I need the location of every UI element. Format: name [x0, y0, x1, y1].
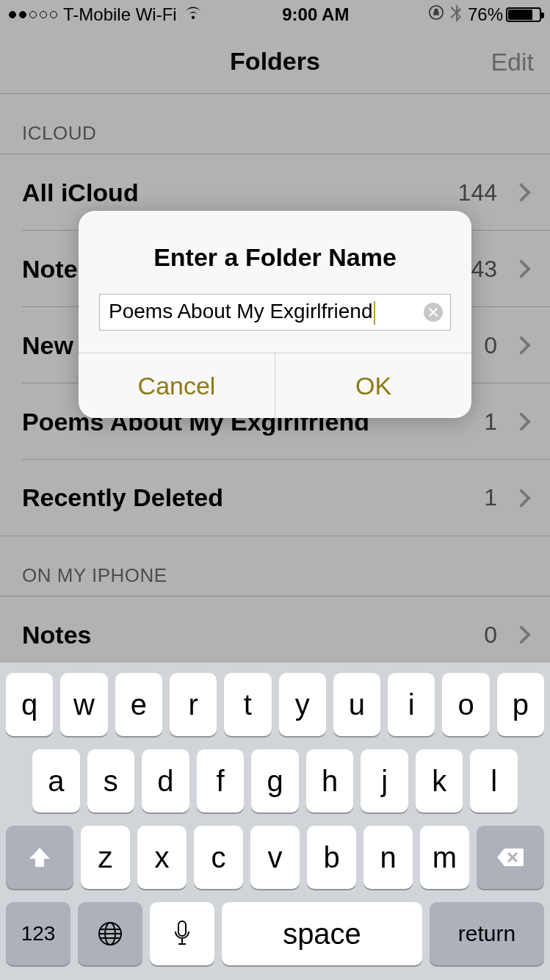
key-x[interactable]: x [137, 826, 187, 889]
key-c[interactable]: c [194, 826, 243, 889]
dictation-key[interactable] [150, 902, 214, 965]
backspace-key[interactable] [477, 826, 544, 889]
folder-name-input[interactable]: Poems About My Exgirlfriend [99, 294, 451, 331]
key-u[interactable]: u [333, 673, 380, 736]
folder-name-alert: Enter a Folder Name Poems About My Exgir… [79, 211, 471, 418]
key-f[interactable]: f [197, 749, 245, 813]
ok-button[interactable]: OK [275, 353, 471, 418]
microphone-icon [173, 920, 191, 948]
return-key[interactable]: return [430, 902, 544, 965]
cancel-button[interactable]: Cancel [79, 353, 275, 418]
key-p[interactable]: p [497, 673, 544, 736]
key-m[interactable]: m [420, 826, 469, 889]
clear-text-button[interactable] [424, 303, 443, 322]
key-z[interactable]: z [81, 826, 130, 889]
key-i[interactable]: i [388, 673, 435, 736]
key-g[interactable]: g [251, 749, 299, 813]
key-w[interactable]: w [60, 673, 107, 736]
key-a[interactable]: a [32, 749, 80, 813]
key-b[interactable]: b [307, 826, 356, 889]
globe-icon [97, 920, 123, 947]
svg-rect-3 [178, 921, 186, 936]
globe-key[interactable] [78, 902, 142, 965]
key-h[interactable]: h [306, 749, 354, 813]
key-s[interactable]: s [87, 749, 135, 813]
alert-title: Enter a Folder Name [79, 211, 471, 294]
key-r[interactable]: r [170, 673, 217, 736]
key-n[interactable]: n [363, 826, 413, 889]
space-key[interactable]: space [222, 902, 422, 965]
key-l[interactable]: l [470, 749, 518, 813]
key-k[interactable]: k [416, 749, 463, 813]
key-j[interactable]: j [361, 749, 408, 813]
key-y[interactable]: y [279, 673, 326, 736]
numbers-key[interactable]: 123 [6, 902, 70, 965]
shift-icon [27, 846, 52, 868]
key-q[interactable]: q [6, 673, 53, 736]
key-t[interactable]: t [224, 673, 271, 736]
key-e[interactable]: e [115, 673, 162, 736]
folder-name-input-value: Poems About My Exgirlfriend [109, 300, 373, 323]
backspace-icon [496, 847, 525, 868]
shift-key[interactable] [6, 826, 73, 889]
text-caret-icon [374, 301, 375, 325]
key-d[interactable]: d [142, 749, 189, 813]
keyboard: q w e r t y u i o p a s d f g h j k l z … [0, 663, 550, 980]
key-o[interactable]: o [442, 673, 489, 736]
key-v[interactable]: v [250, 826, 300, 889]
